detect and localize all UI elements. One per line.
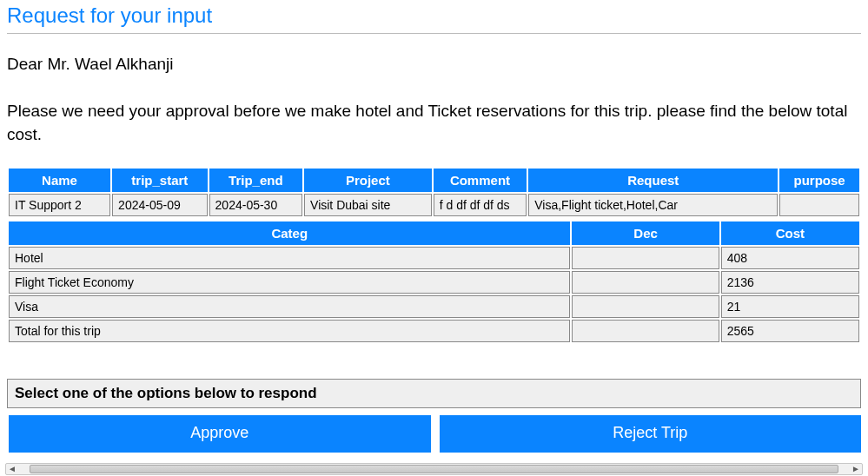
td-purpose: [779, 194, 859, 216]
cost-row: Hotel 408: [9, 247, 859, 269]
greeting-text: Dear Mr. Wael Alkhanji: [7, 55, 861, 74]
td-categ: Flight Ticket Economy: [9, 271, 570, 294]
cost-breakdown-table: Categ Dec Cost Hotel 408 Flight Ticket E…: [7, 220, 861, 344]
scroll-right-icon[interactable]: ►: [851, 465, 861, 473]
trip-data-row: IT Support 2 2024-05-09 2024-05-30 Visit…: [9, 194, 859, 216]
th-purpose: purpose: [779, 169, 859, 192]
td-cost: 2136: [721, 271, 859, 294]
approve-button[interactable]: Approve: [9, 415, 431, 453]
td-cost: 21: [721, 295, 859, 318]
th-trip-start: trip_start: [112, 169, 207, 192]
reject-button[interactable]: Reject Trip: [440, 415, 862, 453]
td-project: Visit Dubai site: [304, 194, 432, 216]
td-cost: 2565: [721, 320, 859, 342]
cost-row: Visa 21: [9, 295, 859, 318]
th-trip-end: Trip_end: [209, 169, 302, 192]
td-categ: Total for this trip: [9, 320, 570, 342]
th-categ: Categ: [9, 221, 570, 245]
scroll-left-icon[interactable]: ◄: [7, 465, 17, 473]
td-categ: Visa: [9, 295, 570, 318]
action-button-row: Approve Reject Trip: [7, 415, 861, 453]
th-cost: Cost: [721, 221, 859, 245]
trip-header-row: Name trip_start Trip_end Project Comment…: [9, 169, 859, 192]
cost-header-row: Categ Dec Cost: [9, 221, 859, 245]
page-title: Request for your input: [7, 3, 861, 34]
td-trip-start: 2024-05-09: [112, 194, 207, 216]
td-request: Visa,Flight ticket,Hotel,Car: [528, 194, 778, 216]
th-dec: Dec: [572, 221, 719, 245]
trip-details-table: Name trip_start Trip_end Project Comment…: [7, 167, 861, 218]
td-dec: [572, 320, 719, 342]
th-project: Project: [304, 169, 432, 192]
td-trip-end: 2024-05-30: [209, 194, 302, 216]
body-text: Please we need your approval before we m…: [7, 100, 861, 146]
respond-prompt: Select one of the options below to respo…: [7, 379, 861, 408]
td-dec: [572, 271, 719, 294]
td-dec: [572, 247, 719, 269]
td-dec: [572, 295, 719, 318]
horizontal-scrollbar[interactable]: ◄ ►: [5, 463, 863, 475]
td-cost: 408: [721, 247, 859, 269]
th-comment: Comment: [434, 169, 527, 192]
th-request: Request: [528, 169, 778, 192]
cost-row: Flight Ticket Economy 2136: [9, 271, 859, 294]
th-name: Name: [9, 169, 110, 192]
cost-row-total: Total for this trip 2565: [9, 320, 859, 342]
td-name: IT Support 2: [9, 194, 110, 216]
scrollbar-thumb[interactable]: [30, 465, 838, 473]
td-categ: Hotel: [9, 247, 570, 269]
td-comment: f d df df df ds: [434, 194, 527, 216]
